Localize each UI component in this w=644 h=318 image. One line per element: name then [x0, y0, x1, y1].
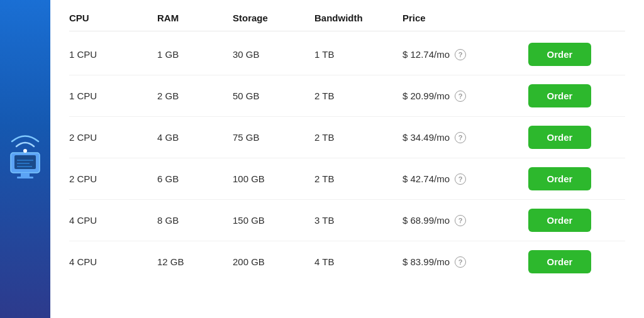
- cell-cpu: 2 CPU: [69, 173, 157, 184]
- cell-bandwidth: 4 TB: [314, 256, 402, 267]
- cell-action: Order: [528, 84, 604, 107]
- table-row: 4 CPU 12 GB 200 GB 4 TB $ 83.99/mo ? Ord…: [69, 241, 625, 282]
- help-icon[interactable]: ?: [455, 215, 466, 226]
- price-value: $ 42.74/mo: [402, 173, 450, 184]
- price-value: $ 68.99/mo: [402, 215, 450, 226]
- table-row: 1 CPU 1 GB 30 GB 1 TB $ 12.74/mo ? Order: [69, 34, 625, 75]
- cell-storage: 50 GB: [233, 90, 314, 101]
- svg-point-4: [23, 149, 27, 153]
- main-content: CPU RAM Storage Bandwidth Price 1 CPU 1 …: [50, 0, 644, 318]
- cell-action: Order: [528, 209, 604, 232]
- price-value: $ 83.99/mo: [402, 256, 450, 267]
- cell-storage: 75 GB: [233, 132, 314, 143]
- header-storage: Storage: [233, 13, 314, 23]
- cell-bandwidth: 2 TB: [314, 132, 402, 143]
- pricing-table: CPU RAM Storage Bandwidth Price 1 CPU 1 …: [69, 13, 625, 282]
- order-button[interactable]: Order: [528, 84, 591, 107]
- cell-price: $ 68.99/mo ?: [402, 215, 528, 226]
- cell-cpu: 4 CPU: [69, 215, 157, 226]
- sidebar: [0, 0, 50, 318]
- cell-action: Order: [528, 250, 604, 273]
- help-icon[interactable]: ?: [455, 49, 466, 60]
- header-cpu: CPU: [69, 13, 157, 23]
- table-body: 1 CPU 1 GB 30 GB 1 TB $ 12.74/mo ? Order…: [69, 34, 625, 282]
- order-button[interactable]: Order: [528, 167, 591, 190]
- cell-storage: 200 GB: [233, 256, 314, 267]
- cell-ram: 12 GB: [157, 256, 233, 267]
- cell-price: $ 83.99/mo ?: [402, 256, 528, 268]
- table-header: CPU RAM Storage Bandwidth Price: [69, 13, 625, 31]
- order-button[interactable]: Order: [528, 126, 591, 149]
- svg-rect-2: [21, 173, 30, 177]
- cell-price: $ 34.49/mo ?: [402, 132, 528, 143]
- help-icon[interactable]: ?: [455, 90, 466, 102]
- cell-cpu: 1 CPU: [69, 90, 157, 101]
- cell-cpu: 1 CPU: [69, 49, 157, 60]
- order-button[interactable]: Order: [528, 250, 591, 273]
- cell-ram: 8 GB: [157, 215, 233, 226]
- cell-cpu: 4 CPU: [69, 256, 157, 267]
- table-row: 4 CPU 8 GB 150 GB 3 TB $ 68.99/mo ? Orde…: [69, 200, 625, 241]
- cell-action: Order: [528, 126, 604, 149]
- price-value: $ 34.49/mo: [402, 132, 450, 143]
- header-action: [528, 13, 604, 23]
- cell-storage: 100 GB: [233, 173, 314, 184]
- cell-ram: 2 GB: [157, 90, 233, 101]
- help-icon[interactable]: ?: [455, 256, 466, 268]
- header-ram: RAM: [157, 13, 233, 23]
- price-value: $ 20.99/mo: [402, 90, 450, 101]
- order-button[interactable]: Order: [528, 43, 591, 66]
- cell-bandwidth: 2 TB: [314, 173, 402, 184]
- cell-bandwidth: 2 TB: [314, 90, 402, 101]
- cell-price: $ 42.74/mo ?: [402, 173, 528, 185]
- cell-price: $ 12.74/mo ?: [402, 49, 528, 60]
- cell-ram: 4 GB: [157, 132, 233, 143]
- cell-action: Order: [528, 167, 604, 190]
- header-price: Price: [402, 13, 528, 23]
- network-illustration: [6, 96, 45, 222]
- header-bandwidth: Bandwidth: [314, 13, 402, 23]
- help-icon[interactable]: ?: [455, 173, 466, 185]
- price-value: $ 12.74/mo: [402, 49, 450, 60]
- svg-rect-3: [17, 177, 33, 178]
- cell-bandwidth: 1 TB: [314, 49, 402, 60]
- order-button[interactable]: Order: [528, 209, 591, 232]
- table-row: 1 CPU 2 GB 50 GB 2 TB $ 20.99/mo ? Order: [69, 75, 625, 117]
- table-row: 2 CPU 6 GB 100 GB 2 TB $ 42.74/mo ? Orde…: [69, 158, 625, 200]
- cell-bandwidth: 3 TB: [314, 215, 402, 226]
- cell-price: $ 20.99/mo ?: [402, 90, 528, 102]
- help-icon[interactable]: ?: [455, 132, 466, 143]
- cell-storage: 150 GB: [233, 215, 314, 226]
- cell-ram: 6 GB: [157, 173, 233, 184]
- table-row: 2 CPU 4 GB 75 GB 2 TB $ 34.49/mo ? Order: [69, 117, 625, 158]
- cell-cpu: 2 CPU: [69, 132, 157, 143]
- cell-storage: 30 GB: [233, 49, 314, 60]
- cell-ram: 1 GB: [157, 49, 233, 60]
- cell-action: Order: [528, 43, 604, 66]
